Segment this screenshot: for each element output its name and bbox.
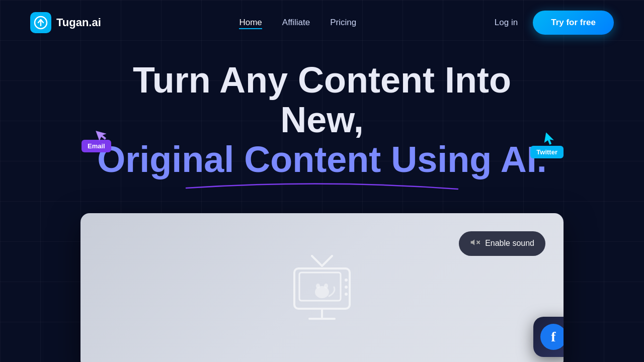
svg-point-5 (345, 279, 348, 282)
svg-point-12 (324, 284, 328, 289)
nav-affiliate[interactable]: Affiliate (282, 18, 310, 27)
nav-links: Home Affiliate Pricing (239, 18, 356, 28)
svg-point-7 (345, 293, 348, 296)
logo-icon (30, 12, 51, 33)
svg-point-11 (316, 284, 320, 289)
svg-line-2 (322, 256, 332, 266)
underline-curve (181, 182, 463, 193)
enable-sound-button[interactable]: Enable sound (459, 231, 545, 256)
facebook-icon: f (540, 324, 564, 350)
hero-section: Turn Any Content Into New, Original Cont… (0, 45, 644, 203)
try-for-free-button[interactable]: Try for free (533, 11, 614, 35)
enable-sound-label: Enable sound (485, 239, 534, 248)
nav-home[interactable]: Home (239, 18, 262, 29)
hero-title: Turn Any Content Into New, Original Cont… (96, 60, 548, 180)
logo-text: Tugan.ai (56, 16, 101, 29)
svg-point-6 (345, 286, 348, 289)
nav-pricing[interactable]: Pricing (330, 18, 356, 27)
nav-right: Log in Try for free (495, 11, 614, 35)
login-link[interactable]: Log in (495, 18, 518, 28)
facebook-button[interactable]: f (533, 317, 564, 357)
logo[interactable]: Tugan.ai (30, 12, 101, 33)
navbar: Tugan.ai Home Affiliate Pricing Log in T… (0, 0, 644, 45)
mute-icon (470, 237, 480, 250)
svg-marker-13 (471, 239, 475, 245)
svg-line-1 (312, 256, 322, 266)
tv-icon (282, 251, 362, 331)
demo-video-area: Enable sound f (80, 213, 564, 362)
